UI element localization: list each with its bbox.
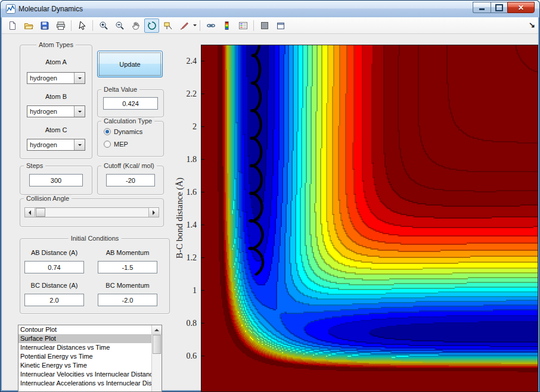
- delta-value-panel: Delta Value: [97, 89, 164, 117]
- collision-angle-title: Collision Angle: [24, 195, 72, 202]
- y-tick-label: 1.8: [175, 155, 197, 164]
- dynamics-radio-label: Dynamics: [114, 128, 142, 135]
- scrollbar-thumb[interactable]: [153, 335, 161, 354]
- data-cursor-button[interactable]: [160, 18, 175, 33]
- arrow-right-icon: [153, 210, 155, 215]
- figure-toolbar: [2, 17, 538, 34]
- list-item[interactable]: Kinetic Energy vs Time: [18, 361, 151, 370]
- list-item[interactable]: Contour Plot: [18, 325, 151, 334]
- listbox-scrollbar[interactable]: [151, 325, 162, 391]
- atom-types-panel: Atom Types Atom A hydrogen Atom B hydrog…: [20, 45, 92, 159]
- brush-menu-caret[interactable]: [192, 19, 197, 32]
- zoom-in-button[interactable]: [96, 18, 111, 33]
- dropdown-button[interactable]: [74, 106, 85, 117]
- caret-down-icon: [78, 144, 82, 146]
- atom-types-title: Atom Types: [36, 41, 76, 48]
- bc-distance-field[interactable]: [24, 294, 84, 306]
- ab-momentum-field[interactable]: [98, 261, 157, 273]
- y-tick-label: 0.6: [175, 351, 197, 361]
- calculation-type-panel: Calculation Type Dynamics MEP: [97, 121, 164, 157]
- list-item[interactable]: Internuclear Velocities vs Internuclear …: [18, 370, 151, 379]
- ab-distance-field[interactable]: [24, 261, 84, 273]
- atom-a-label: Atom A: [20, 58, 92, 66]
- toolbar-separator: [253, 20, 254, 31]
- atom-b-label: Atom B: [20, 93, 92, 100]
- atom-b-dropdown[interactable]: hydrogen: [27, 105, 85, 117]
- toolbar-separator: [200, 20, 200, 31]
- initial-conditions-panel: Initial Conditions AB Distance (A) AB Mo…: [20, 238, 170, 314]
- y-tick-label: 1.4: [175, 220, 197, 230]
- caret-down-icon: [78, 111, 82, 113]
- link-plot-button[interactable]: [203, 18, 218, 33]
- y-tick-label: 1.6: [175, 188, 197, 197]
- cursor-arrow-icon: [77, 21, 87, 30]
- atom-a-dropdown[interactable]: hydrogen: [27, 72, 85, 84]
- legend-icon: [238, 21, 248, 30]
- y-tick-label: 1: [175, 286, 197, 295]
- figure-window: Molecular Dynamics ✕ ↘ Atom Types A: [0, 0, 540, 392]
- steps-panel: Steps: [20, 166, 92, 195]
- cutoff-field[interactable]: [106, 174, 155, 186]
- open-file-button[interactable]: [21, 18, 36, 33]
- list-item-selected[interactable]: Surface Plot: [18, 334, 151, 343]
- edit-plot-button[interactable]: [75, 18, 89, 33]
- title-bar[interactable]: Molecular Dynamics ✕: [1, 1, 539, 18]
- atom-c-label: Atom C: [20, 126, 92, 133]
- list-item[interactable]: Internuclear Distances vs Time: [18, 343, 151, 352]
- brush-icon: [179, 21, 189, 30]
- brush-data-button[interactable]: [176, 18, 191, 33]
- ab-distance-label: AB Distance (A): [24, 249, 84, 256]
- rotate-3d-button[interactable]: [144, 18, 159, 33]
- maximize-button[interactable]: [491, 2, 507, 13]
- steps-field[interactable]: [29, 174, 83, 186]
- zoom-out-button[interactable]: [112, 18, 127, 33]
- insert-colorbar-button[interactable]: [219, 18, 234, 33]
- collision-angle-slider[interactable]: [24, 207, 159, 217]
- scrollbar-up-button[interactable]: [152, 325, 162, 335]
- zoom-out-icon: [115, 21, 125, 30]
- radio-selected-icon: [104, 128, 111, 135]
- slider-right-arrow[interactable]: [148, 208, 159, 217]
- collision-angle-panel: Collision Angle: [20, 198, 164, 227]
- open-folder-icon: [24, 21, 33, 30]
- insert-legend-button[interactable]: [235, 18, 250, 33]
- delta-value-title: Delta Value: [101, 86, 139, 93]
- steps-title: Steps: [24, 162, 45, 169]
- list-item[interactable]: Potential Energy vs Time: [18, 352, 151, 361]
- dynamics-radio[interactable]: Dynamics: [104, 128, 142, 135]
- slider-thumb[interactable]: [36, 208, 45, 217]
- save-figure-button[interactable]: [37, 18, 52, 33]
- atom-c-dropdown[interactable]: hydrogen: [27, 139, 85, 151]
- minimize-icon: [479, 8, 485, 10]
- slider-left-arrow[interactable]: [25, 208, 35, 217]
- print-figure-button[interactable]: [53, 18, 68, 33]
- link-icon: [206, 21, 216, 30]
- radio-unselected-icon: [104, 141, 111, 148]
- close-button[interactable]: ✕: [507, 2, 535, 13]
- mep-radio[interactable]: MEP: [104, 141, 128, 148]
- update-button[interactable]: Update: [97, 51, 163, 77]
- delta-value-field[interactable]: [103, 97, 158, 110]
- bc-momentum-field[interactable]: [98, 294, 157, 306]
- toolbar-separator: [71, 20, 72, 31]
- datatip-icon: [163, 21, 173, 30]
- bc-distance-label: BC Distance (A): [24, 282, 84, 289]
- y-tick-label: 2.4: [175, 57, 197, 66]
- minimize-button[interactable]: [473, 2, 491, 13]
- dropdown-button[interactable]: [74, 73, 85, 83]
- dropdown-button[interactable]: [74, 139, 85, 150]
- new-figure-button[interactable]: [5, 18, 20, 33]
- pes-contour-plot[interactable]: [201, 45, 538, 392]
- list-item[interactable]: Internuclear Accelerations vs Internucle…: [18, 379, 151, 388]
- hide-plot-tools-button[interactable]: [257, 18, 272, 33]
- show-plot-tools-button[interactable]: [273, 18, 288, 33]
- plot-type-listbox[interactable]: Contour Plot Surface Plot Internuclear D…: [18, 325, 162, 392]
- ab-momentum-label: AB Momentum: [98, 249, 157, 256]
- y-tick-label: 2.2: [175, 89, 197, 99]
- dock-arrow-icon[interactable]: ↘: [529, 20, 535, 29]
- arrow-left-icon: [29, 210, 31, 215]
- calculation-type-title: Calculation Type: [101, 117, 154, 125]
- pan-button[interactable]: [128, 18, 143, 33]
- arrow-up-icon: [154, 329, 159, 331]
- dock-figure-icon: [276, 21, 285, 30]
